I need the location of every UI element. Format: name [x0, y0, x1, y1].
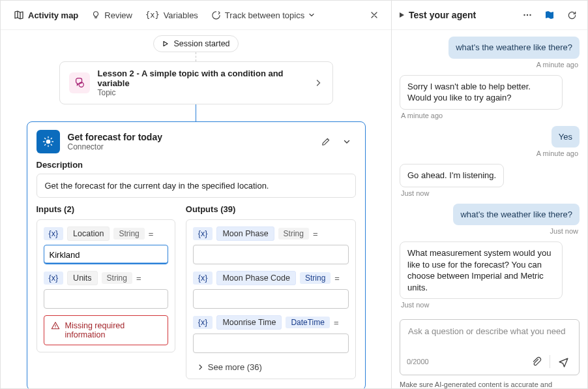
- send-button[interactable]: [554, 352, 572, 371]
- units-input[interactable]: [44, 289, 168, 309]
- variable-badge: {x}: [193, 316, 213, 329]
- chat-message-user: what's the weather like there? Just now: [400, 204, 580, 240]
- type-pill: String: [300, 272, 331, 284]
- connector-card: Get forecast for today Connector: [27, 121, 366, 388]
- expand-topic-button[interactable]: [313, 78, 323, 88]
- equals-sign: =: [136, 273, 141, 283]
- error-text: Missing required information: [65, 321, 161, 339]
- tab-activity-map[interactable]: Activity map: [8, 7, 83, 23]
- test-panel: Test your agent what's the weathere like…: [392, 1, 587, 388]
- chat-transcript[interactable]: what's the weathere like there? A minute…: [392, 30, 587, 313]
- topic-title: Lesson 2 - A simple topic with a conditi…: [98, 69, 305, 88]
- topic-icon: [69, 72, 90, 93]
- track-icon: [211, 10, 221, 20]
- topic-node[interactable]: Lesson 2 - A simple topic with a conditi…: [59, 61, 333, 104]
- topic-subtitle: Topic: [98, 88, 305, 97]
- input-name: Location: [67, 226, 110, 241]
- more-horizontal-icon: [522, 10, 533, 20]
- output-value[interactable]: [193, 334, 349, 353]
- message-bubble: what's the weather like there?: [453, 204, 580, 226]
- test-title: Test your agent: [409, 10, 514, 20]
- timestamp: A minute ago: [401, 112, 443, 119]
- edit-connector-button[interactable]: [317, 132, 335, 151]
- variable-icon: {x}: [145, 10, 160, 20]
- svg-point-4: [529, 14, 531, 16]
- chevron-down-icon: [308, 12, 315, 18]
- warning-icon: [51, 321, 60, 330]
- close-left-tool-button[interactable]: [365, 6, 383, 24]
- map-icon: [544, 10, 555, 20]
- svg-point-2: [523, 14, 525, 16]
- inputs-frame: {x} Location String = {x}: [37, 219, 175, 352]
- message-bubble: Go ahead. I'm listening.: [400, 164, 504, 187]
- message-bubble: Yes: [551, 126, 580, 148]
- error-box: Missing required information: [44, 315, 168, 345]
- play-solid-icon: [398, 12, 405, 18]
- tab-label: Track between topics: [225, 10, 304, 20]
- pill-label: Session started: [173, 39, 229, 48]
- tab-label: Variables: [164, 10, 198, 20]
- variable-badge: {x}: [44, 227, 64, 240]
- output-value[interactable]: [193, 245, 349, 264]
- see-more-label: See more (36): [208, 362, 262, 372]
- timestamp: A minute ago: [537, 61, 578, 69]
- svg-point-3: [527, 14, 528, 16]
- type-pill: String: [102, 272, 132, 284]
- outputs-frame: {x} Moon Phase String = {x}: [186, 219, 356, 379]
- play-icon: [162, 40, 169, 48]
- refresh-icon: [567, 10, 577, 20]
- equals-sign: =: [149, 229, 154, 239]
- weather-icon: [37, 130, 60, 153]
- chevron-right-icon: [314, 79, 322, 87]
- app-root: Activity map Review {x} Variables Track …: [0, 0, 588, 389]
- flow-canvas[interactable]: Session started Lesson 2 - A simple topi…: [1, 30, 391, 388]
- tab-track-between-topics[interactable]: Track between topics: [206, 8, 320, 23]
- test-toolbar: Test your agent: [392, 1, 587, 30]
- type-pill: String: [113, 228, 144, 240]
- compose-input[interactable]: [407, 325, 572, 349]
- message-bubble: What measurement system would you like t…: [400, 241, 563, 299]
- timestamp: Just now: [401, 189, 429, 197]
- type-pill: DateTime: [286, 317, 330, 328]
- timestamp: Just now: [401, 301, 429, 309]
- chat-message-bot: Go ahead. I'm listening. Just now: [400, 164, 580, 201]
- output-name: Moon Phase Code: [216, 271, 296, 285]
- session-started-pill: Session started: [153, 35, 238, 52]
- type-pill: String: [278, 228, 309, 240]
- location-input[interactable]: [44, 245, 168, 264]
- message-bubble: Sorry I wasn't able to help better. Woul…: [400, 75, 563, 110]
- output-name: Moon Phase: [216, 226, 274, 241]
- tab-variables[interactable]: {x} Variables: [140, 8, 203, 23]
- svg-point-1: [46, 140, 50, 144]
- ai-disclaimer: Make sure AI-generated content is accura…: [392, 377, 587, 388]
- output-value[interactable]: [193, 289, 349, 309]
- outputs-label: Outputs (39): [186, 204, 356, 214]
- variable-badge: {x}: [193, 272, 213, 285]
- map-icon: [14, 10, 24, 20]
- paperclip-icon: [531, 356, 542, 367]
- attach-button[interactable]: [527, 352, 546, 371]
- tab-label: Review: [104, 10, 132, 20]
- compose-box: 0/2000: [400, 319, 580, 375]
- chevron-right-icon: [197, 364, 204, 371]
- left-toolbar: Activity map Review {x} Variables Track …: [1, 1, 391, 30]
- refresh-button[interactable]: [563, 6, 581, 24]
- connector-title: Get forecast for today: [68, 132, 309, 142]
- equals-sign: =: [334, 318, 339, 328]
- lightbulb-icon: [91, 10, 100, 20]
- chat-message-user: what's the weathere like there? A minute…: [400, 37, 580, 72]
- map-toggle-button[interactable]: [540, 6, 559, 24]
- timestamp: A minute ago: [537, 149, 578, 157]
- collapse-connector-button[interactable]: [338, 132, 356, 151]
- tab-review[interactable]: Review: [86, 8, 138, 23]
- see-more-outputs[interactable]: See more (36): [197, 362, 349, 372]
- input-name: Units: [67, 271, 97, 285]
- close-icon: [370, 10, 379, 20]
- canvas-panel: Activity map Review {x} Variables Track …: [1, 1, 392, 388]
- more-button[interactable]: [518, 6, 537, 24]
- variable-badge: {x}: [44, 272, 64, 285]
- chat-message-user: Yes A minute ago: [400, 126, 580, 162]
- chat-message-bot: What measurement system would you like t…: [400, 241, 580, 313]
- pencil-icon: [321, 137, 331, 147]
- send-icon: [558, 356, 569, 367]
